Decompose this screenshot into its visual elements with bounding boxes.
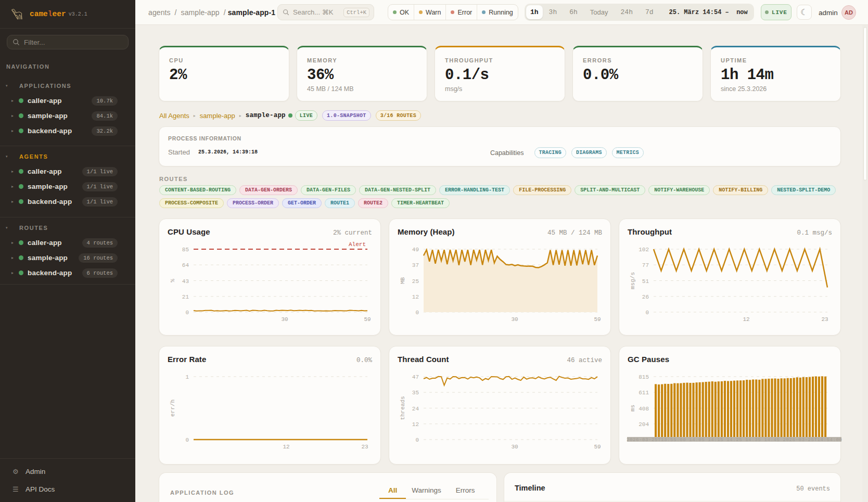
svg-text:21: 21 bbox=[182, 294, 189, 300]
svg-text:49: 49 bbox=[412, 247, 419, 253]
svg-text:64: 64 bbox=[182, 262, 189, 268]
svg-text:ms: ms bbox=[630, 405, 636, 411]
svg-text:51: 51 bbox=[642, 278, 649, 285]
svg-text:37: 37 bbox=[412, 262, 419, 268]
svg-text:30: 30 bbox=[281, 316, 288, 323]
svg-text:30: 30 bbox=[511, 316, 518, 323]
svg-text:Alert: Alert bbox=[349, 241, 366, 248]
svg-text:12: 12 bbox=[743, 316, 749, 323]
svg-text:2026-03-25T13:55:00 14:05 14:1: 2026-03-25T13:55:00 14:05 14:15 14:25 14… bbox=[627, 437, 842, 443]
svg-text:0: 0 bbox=[185, 437, 189, 443]
svg-text:47: 47 bbox=[412, 374, 419, 380]
svg-text:12: 12 bbox=[412, 294, 419, 300]
svg-text:24: 24 bbox=[412, 406, 419, 412]
svg-text:102: 102 bbox=[639, 247, 649, 253]
svg-text:msg/s: msg/s bbox=[630, 272, 636, 289]
svg-text:43: 43 bbox=[182, 278, 189, 285]
svg-text:12: 12 bbox=[412, 421, 419, 428]
svg-text:0: 0 bbox=[645, 310, 649, 316]
svg-text:1: 1 bbox=[185, 374, 189, 380]
svg-text:0: 0 bbox=[415, 310, 419, 316]
svg-text:23: 23 bbox=[361, 444, 368, 450]
svg-text:0: 0 bbox=[415, 437, 419, 443]
svg-text:77: 77 bbox=[642, 262, 649, 268]
svg-text:611: 611 bbox=[639, 390, 649, 396]
svg-text:%: % bbox=[170, 279, 176, 282]
svg-text:59: 59 bbox=[364, 316, 371, 323]
svg-text:408: 408 bbox=[639, 406, 649, 412]
svg-text:23: 23 bbox=[821, 316, 828, 323]
svg-text:30: 30 bbox=[511, 444, 518, 450]
svg-text:0: 0 bbox=[185, 310, 189, 316]
svg-text:err/h: err/h bbox=[170, 400, 176, 417]
svg-text:35: 35 bbox=[412, 390, 419, 396]
svg-text:MB: MB bbox=[400, 277, 406, 285]
svg-text:85: 85 bbox=[182, 247, 189, 253]
svg-text:59: 59 bbox=[594, 316, 601, 323]
svg-text:threads: threads bbox=[400, 396, 406, 420]
svg-text:25: 25 bbox=[412, 278, 419, 285]
svg-text:815: 815 bbox=[639, 374, 649, 380]
svg-text:59: 59 bbox=[594, 444, 601, 450]
svg-text:12: 12 bbox=[283, 444, 289, 450]
svg-text:26: 26 bbox=[642, 294, 649, 300]
svg-text:204: 204 bbox=[639, 421, 649, 428]
